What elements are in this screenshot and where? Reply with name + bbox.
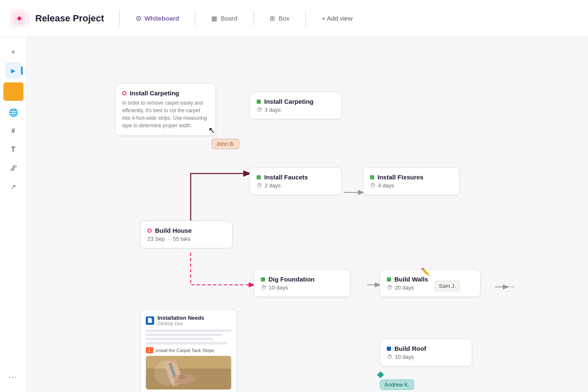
install-carpeting-simple-meta: ⏱ 3 days xyxy=(257,107,335,113)
walls-status-dot xyxy=(387,277,391,282)
build-roof-card[interactable]: Build Roof ⏱ 10 days xyxy=(380,339,472,366)
installation-needs-doc[interactable]: 📄 Installation Needs ClickUp Doc 1 insta… xyxy=(140,309,237,392)
time-icon2: ⏱ xyxy=(257,182,262,189)
time-icon3: ⏱ xyxy=(370,182,375,189)
header-divider3 xyxy=(253,11,254,26)
faucets-status-dot xyxy=(257,175,261,179)
install-carpeting-simple-title: Install Carpeting xyxy=(257,98,335,105)
text-icon: T xyxy=(11,145,15,154)
header-divider xyxy=(119,11,120,26)
whiteboard-icon: ⊙ xyxy=(136,14,141,22)
sidebar: + ▶ 🌐 # T 🖇 ↗ ··· xyxy=(0,37,27,392)
svg-point-1 xyxy=(18,17,21,20)
whiteboard-label: Whiteboard xyxy=(144,15,179,22)
install-carpeting-expanded-title: Install Carpeting xyxy=(122,89,209,97)
install-carpeting-simple-card[interactable]: Install Carpeting ⏱ 3 days xyxy=(249,92,342,119)
project-logo xyxy=(10,9,29,28)
sidebar-yellow-card xyxy=(3,82,24,101)
board-icon: ▦ xyxy=(211,15,217,22)
sam-badge: Sam J. xyxy=(434,281,460,291)
time-icon5: ⏱ xyxy=(387,284,392,291)
dig-foundation-card[interactable]: Dig Foundation ⏱ 10 days xyxy=(254,269,350,297)
time-icon4: ⏱ xyxy=(261,284,266,291)
install-fixsures-meta: ⏱ 4 days xyxy=(370,182,452,189)
doc-image xyxy=(146,356,231,389)
globe-icon: 🌐 xyxy=(9,108,18,117)
tab-whiteboard[interactable]: ⊙ Whiteboard xyxy=(130,11,185,26)
andrew-badge: Andrew K. xyxy=(380,379,414,390)
install-carpeting-expanded-card[interactable]: Install Carpeting In order to remove car… xyxy=(115,83,216,136)
header-divider4 xyxy=(305,11,306,26)
dig-status-dot xyxy=(261,277,265,282)
board-label: Board xyxy=(220,15,237,22)
build-walls-arrow-right: → xyxy=(508,282,515,291)
box-icon: ⊞ xyxy=(270,15,275,22)
status-pink-dot xyxy=(122,91,126,95)
diagonal-arrow-icon: ↗ xyxy=(10,183,16,191)
add-view-label: + Add view xyxy=(322,15,352,22)
doc-header: 📄 Installation Needs ClickUp Doc xyxy=(146,315,231,326)
build-roof-green-indicator xyxy=(377,371,384,379)
doc-image-svg xyxy=(146,356,231,389)
header: Release Project ⊙ Whiteboard ▦ Board ⊞ B… xyxy=(0,0,588,37)
fixsures-status-dot xyxy=(370,175,374,179)
connector-lines xyxy=(27,37,588,392)
john-badge: John B. xyxy=(212,139,239,149)
sidebar-global-button[interactable]: 🌐 xyxy=(5,104,22,121)
sidebar-clip-button[interactable]: 🖇 xyxy=(5,160,22,176)
sidebar-hash-button[interactable]: # xyxy=(5,123,22,139)
dig-foundation-meta: ⏱ 10 days xyxy=(261,284,343,291)
build-house-meta: 23 Sep · 55 taks xyxy=(147,236,226,242)
build-roof-meta: ⏱ 10 days xyxy=(387,354,465,360)
sidebar-arrow-button[interactable]: ↗ xyxy=(5,178,22,195)
time-icon: ⏱ xyxy=(257,107,262,113)
sidebar-pointer-button[interactable]: ▶ xyxy=(5,62,22,79)
time-icon6: ⏱ xyxy=(387,354,392,360)
doc-tag-label: install the Carpet Tack Strips xyxy=(156,348,214,353)
install-carpeting-body: In order to remove carpet easily and eff… xyxy=(122,99,209,129)
doc-subtitle: ClickUp Doc xyxy=(158,321,204,326)
build-house-status-dot xyxy=(147,229,152,233)
svg-point-10 xyxy=(179,374,186,379)
tab-board[interactable]: ▦ Board xyxy=(205,11,243,26)
doc-icon: 📄 xyxy=(146,316,154,325)
doc-title: Installation Needs xyxy=(158,315,204,321)
box-label: Box xyxy=(278,15,289,22)
install-faucets-meta: ⏱ 2 days xyxy=(257,182,335,189)
plus-icon: + xyxy=(11,48,16,57)
doc-line3 xyxy=(146,338,214,340)
header-divider2 xyxy=(195,11,195,26)
install-fixsures-card[interactable]: Install Fixsures ⏱ 4 days xyxy=(363,167,459,195)
green-status-dot xyxy=(257,100,261,104)
roof-status-dot xyxy=(387,347,391,351)
sidebar-more-button[interactable]: ··· xyxy=(5,368,22,385)
pointer-icon: ▶ xyxy=(11,67,16,74)
more-icon: ··· xyxy=(9,373,18,381)
add-view-button[interactable]: + Add view xyxy=(316,11,358,25)
sidebar-add-button[interactable]: + xyxy=(5,44,22,61)
whiteboard-canvas[interactable]: Install Carpeting In order to remove car… xyxy=(27,37,588,392)
doc-line1 xyxy=(146,329,231,332)
clip-icon: 🖇 xyxy=(10,164,17,173)
project-title: Release Project xyxy=(35,13,104,24)
doc-content-lines xyxy=(146,329,231,345)
build-walls-card[interactable]: Build Walls ⏱ 20 days xyxy=(380,269,480,297)
doc-tag: 1 install the Carpet Tack Strips xyxy=(146,347,231,353)
doc-line4 xyxy=(146,342,227,345)
doc-tag-icon: 1 xyxy=(146,347,153,353)
sidebar-text-button[interactable]: T xyxy=(5,141,22,158)
build-walls-meta: ⏱ 20 days xyxy=(387,284,473,291)
build-house-card[interactable]: Build House 23 Sep · 55 taks xyxy=(140,221,233,248)
doc-line2 xyxy=(146,334,223,336)
install-faucets-card[interactable]: Install Faucets ⏱ 2 days xyxy=(249,167,342,195)
hash-icon: # xyxy=(11,127,15,135)
tab-box[interactable]: ⊞ Box xyxy=(264,11,295,26)
